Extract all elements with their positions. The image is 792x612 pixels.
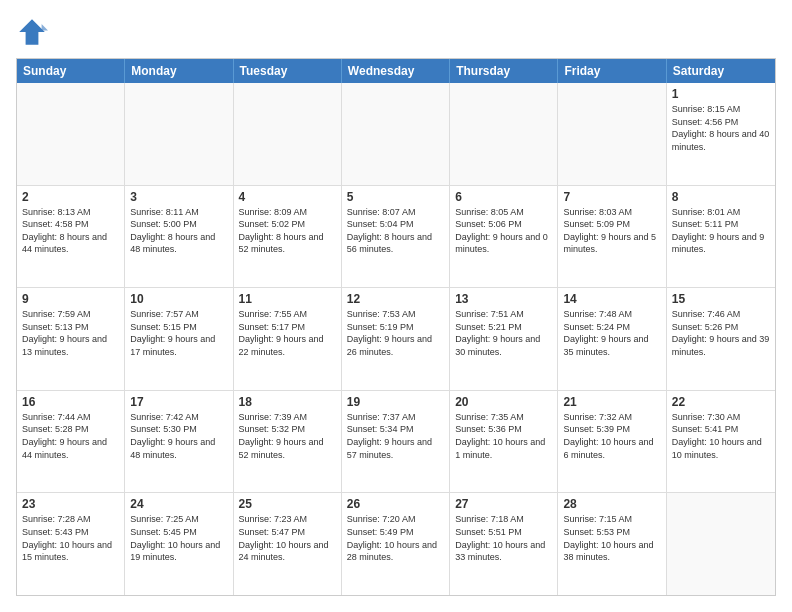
day-number: 26 xyxy=(347,497,444,511)
day-number: 4 xyxy=(239,190,336,204)
day-info: Sunrise: 8:11 AM Sunset: 5:00 PM Dayligh… xyxy=(130,206,227,256)
cal-cell: 27Sunrise: 7:18 AM Sunset: 5:51 PM Dayli… xyxy=(450,493,558,595)
day-info: Sunrise: 7:42 AM Sunset: 5:30 PM Dayligh… xyxy=(130,411,227,461)
day-number: 18 xyxy=(239,395,336,409)
calendar-header-row: SundayMondayTuesdayWednesdayThursdayFrid… xyxy=(17,59,775,83)
day-info: Sunrise: 8:07 AM Sunset: 5:04 PM Dayligh… xyxy=(347,206,444,256)
day-number: 13 xyxy=(455,292,552,306)
day-number: 8 xyxy=(672,190,770,204)
cal-cell: 28Sunrise: 7:15 AM Sunset: 5:53 PM Dayli… xyxy=(558,493,666,595)
header-cell-sunday: Sunday xyxy=(17,59,125,83)
week-row-2: 2Sunrise: 8:13 AM Sunset: 4:58 PM Daylig… xyxy=(17,186,775,289)
logo-icon xyxy=(16,16,48,48)
cal-cell: 16Sunrise: 7:44 AM Sunset: 5:28 PM Dayli… xyxy=(17,391,125,493)
day-info: Sunrise: 8:03 AM Sunset: 5:09 PM Dayligh… xyxy=(563,206,660,256)
day-info: Sunrise: 7:28 AM Sunset: 5:43 PM Dayligh… xyxy=(22,513,119,563)
cal-cell: 4Sunrise: 8:09 AM Sunset: 5:02 PM Daylig… xyxy=(234,186,342,288)
day-number: 15 xyxy=(672,292,770,306)
day-number: 17 xyxy=(130,395,227,409)
header-cell-friday: Friday xyxy=(558,59,666,83)
cal-cell: 24Sunrise: 7:25 AM Sunset: 5:45 PM Dayli… xyxy=(125,493,233,595)
cal-cell: 17Sunrise: 7:42 AM Sunset: 5:30 PM Dayli… xyxy=(125,391,233,493)
day-info: Sunrise: 7:39 AM Sunset: 5:32 PM Dayligh… xyxy=(239,411,336,461)
day-number: 5 xyxy=(347,190,444,204)
cal-cell: 8Sunrise: 8:01 AM Sunset: 5:11 PM Daylig… xyxy=(667,186,775,288)
day-number: 25 xyxy=(239,497,336,511)
day-info: Sunrise: 8:05 AM Sunset: 5:06 PM Dayligh… xyxy=(455,206,552,256)
day-number: 23 xyxy=(22,497,119,511)
cal-cell: 6Sunrise: 8:05 AM Sunset: 5:06 PM Daylig… xyxy=(450,186,558,288)
cal-cell: 15Sunrise: 7:46 AM Sunset: 5:26 PM Dayli… xyxy=(667,288,775,390)
day-number: 14 xyxy=(563,292,660,306)
day-info: Sunrise: 8:13 AM Sunset: 4:58 PM Dayligh… xyxy=(22,206,119,256)
day-info: Sunrise: 8:15 AM Sunset: 4:56 PM Dayligh… xyxy=(672,103,770,153)
header-cell-tuesday: Tuesday xyxy=(234,59,342,83)
day-number: 11 xyxy=(239,292,336,306)
day-info: Sunrise: 7:59 AM Sunset: 5:13 PM Dayligh… xyxy=(22,308,119,358)
header xyxy=(16,16,776,48)
cal-cell xyxy=(125,83,233,185)
cal-cell: 20Sunrise: 7:35 AM Sunset: 5:36 PM Dayli… xyxy=(450,391,558,493)
cal-cell: 1Sunrise: 8:15 AM Sunset: 4:56 PM Daylig… xyxy=(667,83,775,185)
header-cell-saturday: Saturday xyxy=(667,59,775,83)
day-number: 1 xyxy=(672,87,770,101)
day-number: 6 xyxy=(455,190,552,204)
cal-cell: 21Sunrise: 7:32 AM Sunset: 5:39 PM Dayli… xyxy=(558,391,666,493)
header-cell-wednesday: Wednesday xyxy=(342,59,450,83)
cal-cell: 12Sunrise: 7:53 AM Sunset: 5:19 PM Dayli… xyxy=(342,288,450,390)
svg-marker-0 xyxy=(19,19,45,45)
day-info: Sunrise: 7:35 AM Sunset: 5:36 PM Dayligh… xyxy=(455,411,552,461)
cal-cell: 14Sunrise: 7:48 AM Sunset: 5:24 PM Dayli… xyxy=(558,288,666,390)
calendar-body: 1Sunrise: 8:15 AM Sunset: 4:56 PM Daylig… xyxy=(17,83,775,595)
cal-cell: 9Sunrise: 7:59 AM Sunset: 5:13 PM Daylig… xyxy=(17,288,125,390)
cal-cell xyxy=(234,83,342,185)
day-info: Sunrise: 7:57 AM Sunset: 5:15 PM Dayligh… xyxy=(130,308,227,358)
day-info: Sunrise: 7:23 AM Sunset: 5:47 PM Dayligh… xyxy=(239,513,336,563)
header-cell-thursday: Thursday xyxy=(450,59,558,83)
day-number: 20 xyxy=(455,395,552,409)
day-info: Sunrise: 7:48 AM Sunset: 5:24 PM Dayligh… xyxy=(563,308,660,358)
page: SundayMondayTuesdayWednesdayThursdayFrid… xyxy=(0,0,792,612)
cal-cell: 25Sunrise: 7:23 AM Sunset: 5:47 PM Dayli… xyxy=(234,493,342,595)
day-info: Sunrise: 7:18 AM Sunset: 5:51 PM Dayligh… xyxy=(455,513,552,563)
day-number: 27 xyxy=(455,497,552,511)
day-info: Sunrise: 7:53 AM Sunset: 5:19 PM Dayligh… xyxy=(347,308,444,358)
logo xyxy=(16,16,52,48)
day-info: Sunrise: 7:32 AM Sunset: 5:39 PM Dayligh… xyxy=(563,411,660,461)
cal-cell xyxy=(558,83,666,185)
cal-cell xyxy=(667,493,775,595)
day-info: Sunrise: 7:15 AM Sunset: 5:53 PM Dayligh… xyxy=(563,513,660,563)
day-number: 7 xyxy=(563,190,660,204)
cal-cell: 2Sunrise: 8:13 AM Sunset: 4:58 PM Daylig… xyxy=(17,186,125,288)
day-info: Sunrise: 8:09 AM Sunset: 5:02 PM Dayligh… xyxy=(239,206,336,256)
week-row-3: 9Sunrise: 7:59 AM Sunset: 5:13 PM Daylig… xyxy=(17,288,775,391)
day-number: 12 xyxy=(347,292,444,306)
day-info: Sunrise: 7:30 AM Sunset: 5:41 PM Dayligh… xyxy=(672,411,770,461)
cal-cell: 11Sunrise: 7:55 AM Sunset: 5:17 PM Dayli… xyxy=(234,288,342,390)
day-number: 24 xyxy=(130,497,227,511)
day-info: Sunrise: 8:01 AM Sunset: 5:11 PM Dayligh… xyxy=(672,206,770,256)
cal-cell xyxy=(17,83,125,185)
day-info: Sunrise: 7:44 AM Sunset: 5:28 PM Dayligh… xyxy=(22,411,119,461)
day-number: 21 xyxy=(563,395,660,409)
day-number: 22 xyxy=(672,395,770,409)
week-row-1: 1Sunrise: 8:15 AM Sunset: 4:56 PM Daylig… xyxy=(17,83,775,186)
calendar: SundayMondayTuesdayWednesdayThursdayFrid… xyxy=(16,58,776,596)
day-number: 3 xyxy=(130,190,227,204)
day-info: Sunrise: 7:51 AM Sunset: 5:21 PM Dayligh… xyxy=(455,308,552,358)
day-number: 28 xyxy=(563,497,660,511)
cal-cell: 23Sunrise: 7:28 AM Sunset: 5:43 PM Dayli… xyxy=(17,493,125,595)
cal-cell: 13Sunrise: 7:51 AM Sunset: 5:21 PM Dayli… xyxy=(450,288,558,390)
day-number: 9 xyxy=(22,292,119,306)
cal-cell xyxy=(342,83,450,185)
cal-cell: 22Sunrise: 7:30 AM Sunset: 5:41 PM Dayli… xyxy=(667,391,775,493)
day-number: 16 xyxy=(22,395,119,409)
day-info: Sunrise: 7:25 AM Sunset: 5:45 PM Dayligh… xyxy=(130,513,227,563)
cal-cell xyxy=(450,83,558,185)
day-info: Sunrise: 7:37 AM Sunset: 5:34 PM Dayligh… xyxy=(347,411,444,461)
day-info: Sunrise: 7:55 AM Sunset: 5:17 PM Dayligh… xyxy=(239,308,336,358)
week-row-4: 16Sunrise: 7:44 AM Sunset: 5:28 PM Dayli… xyxy=(17,391,775,494)
day-info: Sunrise: 7:20 AM Sunset: 5:49 PM Dayligh… xyxy=(347,513,444,563)
cal-cell: 7Sunrise: 8:03 AM Sunset: 5:09 PM Daylig… xyxy=(558,186,666,288)
header-cell-monday: Monday xyxy=(125,59,233,83)
